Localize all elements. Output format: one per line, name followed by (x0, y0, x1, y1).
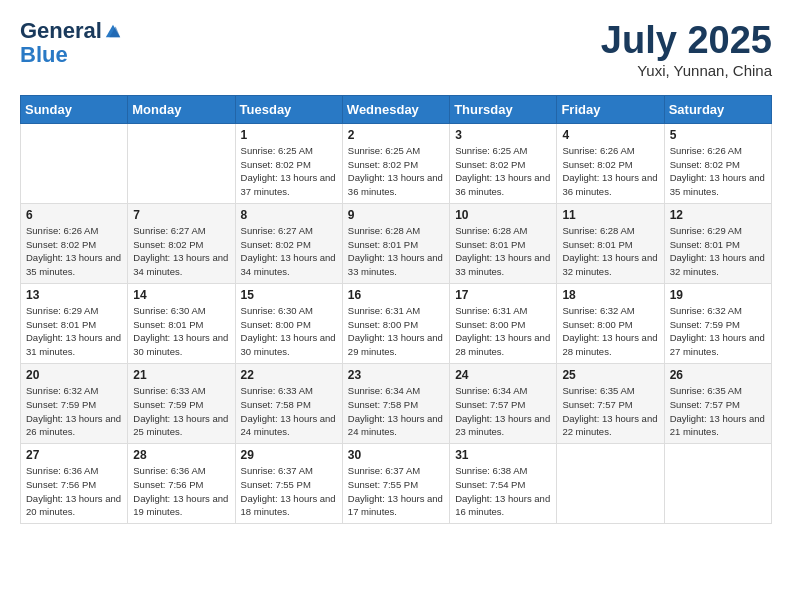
day-number: 9 (348, 208, 444, 222)
calendar-cell: 6Sunrise: 6:26 AM Sunset: 8:02 PM Daylig… (21, 203, 128, 283)
calendar-cell: 21Sunrise: 6:33 AM Sunset: 7:59 PM Dayli… (128, 363, 235, 443)
day-number: 1 (241, 128, 337, 142)
calendar-cell: 15Sunrise: 6:30 AM Sunset: 8:00 PM Dayli… (235, 283, 342, 363)
day-info: Sunrise: 6:37 AM Sunset: 7:55 PM Dayligh… (348, 464, 444, 519)
day-number: 13 (26, 288, 122, 302)
day-number: 26 (670, 368, 766, 382)
day-info: Sunrise: 6:34 AM Sunset: 7:58 PM Dayligh… (348, 384, 444, 439)
weekday-header-friday: Friday (557, 95, 664, 123)
calendar-cell: 19Sunrise: 6:32 AM Sunset: 7:59 PM Dayli… (664, 283, 771, 363)
calendar-cell: 5Sunrise: 6:26 AM Sunset: 8:02 PM Daylig… (664, 123, 771, 203)
day-info: Sunrise: 6:30 AM Sunset: 8:00 PM Dayligh… (241, 304, 337, 359)
day-info: Sunrise: 6:32 AM Sunset: 8:00 PM Dayligh… (562, 304, 658, 359)
day-info: Sunrise: 6:26 AM Sunset: 8:02 PM Dayligh… (670, 144, 766, 199)
day-number: 22 (241, 368, 337, 382)
weekday-header-monday: Monday (128, 95, 235, 123)
day-info: Sunrise: 6:25 AM Sunset: 8:02 PM Dayligh… (241, 144, 337, 199)
day-info: Sunrise: 6:36 AM Sunset: 7:56 PM Dayligh… (133, 464, 229, 519)
calendar-cell: 3Sunrise: 6:25 AM Sunset: 8:02 PM Daylig… (450, 123, 557, 203)
day-number: 2 (348, 128, 444, 142)
calendar-cell: 8Sunrise: 6:27 AM Sunset: 8:02 PM Daylig… (235, 203, 342, 283)
calendar-cell: 27Sunrise: 6:36 AM Sunset: 7:56 PM Dayli… (21, 444, 128, 524)
day-number: 31 (455, 448, 551, 462)
calendar-cell: 16Sunrise: 6:31 AM Sunset: 8:00 PM Dayli… (342, 283, 449, 363)
day-info: Sunrise: 6:27 AM Sunset: 8:02 PM Dayligh… (241, 224, 337, 279)
page-header: General Blue July 2025 Yuxi, Yunnan, Chi… (20, 20, 772, 79)
day-info: Sunrise: 6:29 AM Sunset: 8:01 PM Dayligh… (26, 304, 122, 359)
day-number: 8 (241, 208, 337, 222)
calendar-cell: 12Sunrise: 6:29 AM Sunset: 8:01 PM Dayli… (664, 203, 771, 283)
day-number: 10 (455, 208, 551, 222)
day-number: 27 (26, 448, 122, 462)
month-year-title: July 2025 (601, 20, 772, 62)
weekday-header-thursday: Thursday (450, 95, 557, 123)
day-number: 21 (133, 368, 229, 382)
day-number: 23 (348, 368, 444, 382)
day-number: 25 (562, 368, 658, 382)
day-info: Sunrise: 6:34 AM Sunset: 7:57 PM Dayligh… (455, 384, 551, 439)
day-info: Sunrise: 6:26 AM Sunset: 8:02 PM Dayligh… (562, 144, 658, 199)
calendar-cell: 31Sunrise: 6:38 AM Sunset: 7:54 PM Dayli… (450, 444, 557, 524)
day-number: 4 (562, 128, 658, 142)
weekday-header-wednesday: Wednesday (342, 95, 449, 123)
day-info: Sunrise: 6:32 AM Sunset: 7:59 PM Dayligh… (26, 384, 122, 439)
day-number: 16 (348, 288, 444, 302)
logo-general-text: General (20, 20, 102, 42)
calendar-cell: 17Sunrise: 6:31 AM Sunset: 8:00 PM Dayli… (450, 283, 557, 363)
calendar-cell: 18Sunrise: 6:32 AM Sunset: 8:00 PM Dayli… (557, 283, 664, 363)
day-number: 29 (241, 448, 337, 462)
day-number: 18 (562, 288, 658, 302)
day-info: Sunrise: 6:31 AM Sunset: 8:00 PM Dayligh… (455, 304, 551, 359)
day-info: Sunrise: 6:31 AM Sunset: 8:00 PM Dayligh… (348, 304, 444, 359)
day-number: 12 (670, 208, 766, 222)
calendar-cell: 30Sunrise: 6:37 AM Sunset: 7:55 PM Dayli… (342, 444, 449, 524)
day-number: 20 (26, 368, 122, 382)
calendar-cell: 26Sunrise: 6:35 AM Sunset: 7:57 PM Dayli… (664, 363, 771, 443)
day-number: 6 (26, 208, 122, 222)
calendar-cell: 14Sunrise: 6:30 AM Sunset: 8:01 PM Dayli… (128, 283, 235, 363)
day-info: Sunrise: 6:26 AM Sunset: 8:02 PM Dayligh… (26, 224, 122, 279)
calendar-week-row: 1Sunrise: 6:25 AM Sunset: 8:02 PM Daylig… (21, 123, 772, 203)
day-number: 24 (455, 368, 551, 382)
day-info: Sunrise: 6:30 AM Sunset: 8:01 PM Dayligh… (133, 304, 229, 359)
calendar-cell: 29Sunrise: 6:37 AM Sunset: 7:55 PM Dayli… (235, 444, 342, 524)
day-number: 11 (562, 208, 658, 222)
calendar-cell: 23Sunrise: 6:34 AM Sunset: 7:58 PM Dayli… (342, 363, 449, 443)
day-number: 17 (455, 288, 551, 302)
day-info: Sunrise: 6:32 AM Sunset: 7:59 PM Dayligh… (670, 304, 766, 359)
day-info: Sunrise: 6:35 AM Sunset: 7:57 PM Dayligh… (670, 384, 766, 439)
calendar-cell (557, 444, 664, 524)
day-info: Sunrise: 6:28 AM Sunset: 8:01 PM Dayligh… (562, 224, 658, 279)
calendar-cell: 25Sunrise: 6:35 AM Sunset: 7:57 PM Dayli… (557, 363, 664, 443)
calendar-week-row: 20Sunrise: 6:32 AM Sunset: 7:59 PM Dayli… (21, 363, 772, 443)
calendar-cell (664, 444, 771, 524)
calendar-cell: 22Sunrise: 6:33 AM Sunset: 7:58 PM Dayli… (235, 363, 342, 443)
calendar-cell (128, 123, 235, 203)
day-number: 14 (133, 288, 229, 302)
logo: General Blue (20, 20, 122, 68)
day-info: Sunrise: 6:36 AM Sunset: 7:56 PM Dayligh… (26, 464, 122, 519)
day-number: 5 (670, 128, 766, 142)
calendar-cell: 20Sunrise: 6:32 AM Sunset: 7:59 PM Dayli… (21, 363, 128, 443)
day-info: Sunrise: 6:27 AM Sunset: 8:02 PM Dayligh… (133, 224, 229, 279)
calendar-cell (21, 123, 128, 203)
day-info: Sunrise: 6:28 AM Sunset: 8:01 PM Dayligh… (348, 224, 444, 279)
day-info: Sunrise: 6:33 AM Sunset: 7:59 PM Dayligh… (133, 384, 229, 439)
calendar-cell: 4Sunrise: 6:26 AM Sunset: 8:02 PM Daylig… (557, 123, 664, 203)
day-number: 30 (348, 448, 444, 462)
calendar-cell: 7Sunrise: 6:27 AM Sunset: 8:02 PM Daylig… (128, 203, 235, 283)
day-info: Sunrise: 6:25 AM Sunset: 8:02 PM Dayligh… (348, 144, 444, 199)
day-info: Sunrise: 6:35 AM Sunset: 7:57 PM Dayligh… (562, 384, 658, 439)
title-block: July 2025 Yuxi, Yunnan, China (601, 20, 772, 79)
calendar-cell: 10Sunrise: 6:28 AM Sunset: 8:01 PM Dayli… (450, 203, 557, 283)
weekday-header-sunday: Sunday (21, 95, 128, 123)
calendar-cell: 9Sunrise: 6:28 AM Sunset: 8:01 PM Daylig… (342, 203, 449, 283)
logo-icon (104, 22, 122, 40)
calendar-week-row: 6Sunrise: 6:26 AM Sunset: 8:02 PM Daylig… (21, 203, 772, 283)
calendar-week-row: 13Sunrise: 6:29 AM Sunset: 8:01 PM Dayli… (21, 283, 772, 363)
day-number: 28 (133, 448, 229, 462)
location-subtitle: Yuxi, Yunnan, China (601, 62, 772, 79)
calendar-table: SundayMondayTuesdayWednesdayThursdayFrid… (20, 95, 772, 524)
day-number: 3 (455, 128, 551, 142)
day-info: Sunrise: 6:28 AM Sunset: 8:01 PM Dayligh… (455, 224, 551, 279)
